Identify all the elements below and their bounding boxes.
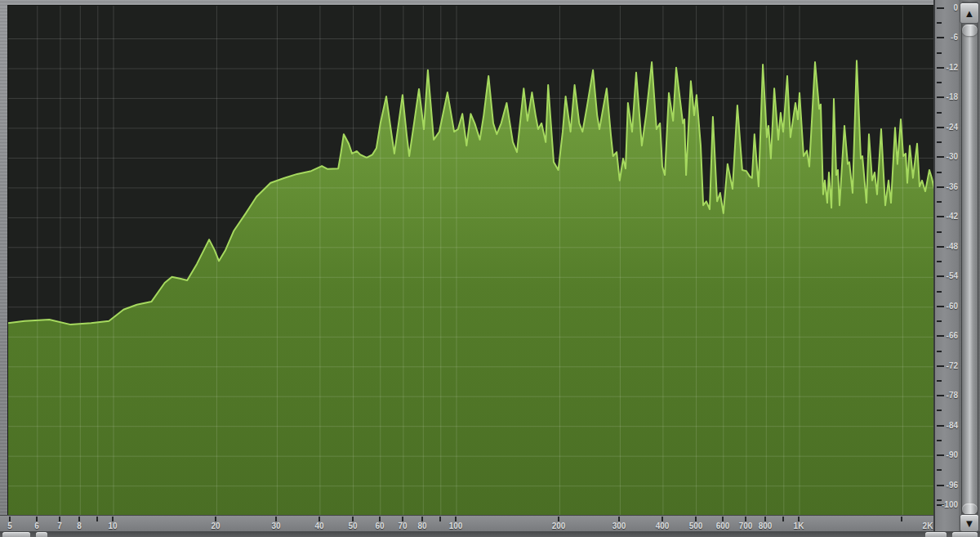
db-tick-label: -30 bbox=[936, 152, 958, 162]
db-tick-minor bbox=[937, 469, 942, 471]
scrollbar-thumb-top-cap[interactable] bbox=[962, 25, 978, 36]
db-tick-label: 0 bbox=[936, 3, 958, 13]
freq-tick-label: 50 bbox=[340, 521, 366, 530]
db-tick-label: -84 bbox=[936, 421, 958, 431]
db-tick-minor bbox=[937, 172, 942, 173]
horizontal-scrollbar-piece[interactable] bbox=[2, 532, 30, 537]
spectrum-analyzer-window: 0-6-12-18-24-30-36-42-48-54-60-66-72-78-… bbox=[0, 0, 980, 537]
freq-tick-label: 40 bbox=[306, 521, 332, 530]
freq-tick-label: 400 bbox=[649, 521, 675, 530]
db-tick-minor bbox=[937, 82, 942, 83]
db-tick-label: -54 bbox=[936, 271, 958, 281]
db-tick-minor bbox=[937, 320, 942, 322]
db-tick-minor bbox=[937, 291, 942, 293]
horizontal-scrollbar-piece[interactable] bbox=[36, 532, 47, 537]
frequency-ruler: 5678102030405060708010020030040050060070… bbox=[0, 515, 933, 532]
spectrum-plot bbox=[7, 5, 934, 516]
db-tick-label: -96 bbox=[936, 481, 958, 490]
db-tick-minor bbox=[937, 440, 942, 441]
db-tick-minor bbox=[937, 231, 942, 233]
freq-tick bbox=[96, 517, 98, 521]
db-tick-minor bbox=[937, 351, 942, 352]
db-tick-label: -100 bbox=[936, 500, 958, 510]
db-tick-label: -72 bbox=[936, 361, 958, 371]
freq-tick-label: 10 bbox=[100, 521, 126, 530]
freq-tick-label: 30 bbox=[263, 521, 289, 530]
freq-tick-label: 5 bbox=[0, 521, 23, 530]
db-tick-minor bbox=[937, 52, 942, 54]
freq-tick-label: 80 bbox=[409, 521, 435, 530]
db-tick-label: -60 bbox=[936, 302, 958, 311]
freq-tick-label: 200 bbox=[546, 521, 572, 530]
db-tick-minor bbox=[937, 499, 942, 501]
freq-tick-label: 8 bbox=[66, 521, 92, 530]
db-tick-label: -12 bbox=[936, 63, 958, 73]
freq-tick-label: 800 bbox=[752, 521, 778, 530]
scroll-down-button[interactable]: ▼ bbox=[960, 514, 979, 532]
db-tick-label: -6 bbox=[936, 33, 958, 43]
db-tick-minor bbox=[937, 409, 942, 411]
bottom-bar bbox=[0, 531, 980, 537]
db-tick-label: -36 bbox=[936, 182, 958, 192]
horizontal-scrollbar-piece[interactable] bbox=[952, 532, 978, 537]
db-tick-minor bbox=[937, 201, 942, 203]
db-tick-label: -18 bbox=[936, 92, 958, 102]
freq-tick-label: 1K bbox=[786, 521, 812, 530]
freq-tick bbox=[901, 517, 902, 521]
triangle-down-icon: ▼ bbox=[964, 518, 975, 529]
db-tick-label: -48 bbox=[936, 242, 958, 252]
db-tick-minor bbox=[937, 380, 942, 382]
spectrum-graph bbox=[8, 6, 934, 516]
freq-tick bbox=[782, 517, 784, 521]
freq-tick bbox=[439, 517, 441, 521]
db-tick-minor bbox=[937, 141, 942, 143]
db-tick-label: -66 bbox=[936, 331, 958, 341]
db-tick-label: -78 bbox=[936, 391, 958, 401]
db-tick-minor bbox=[937, 22, 942, 24]
freq-tick-label: 500 bbox=[683, 521, 709, 530]
scrollbar-thumb[interactable] bbox=[962, 25, 978, 515]
freq-tick-label: 2K bbox=[915, 521, 941, 530]
freq-tick-label: 300 bbox=[606, 521, 632, 530]
freq-tick-label: 100 bbox=[443, 521, 469, 530]
db-tick-label: -42 bbox=[936, 212, 958, 222]
db-tick-minor bbox=[937, 112, 942, 114]
freq-tick-label: 20 bbox=[203, 521, 229, 530]
vertical-scrollbar: ▲ ▼ bbox=[959, 0, 980, 537]
triangle-up-icon: ▲ bbox=[964, 8, 975, 19]
horizontal-scrollbar-piece[interactable] bbox=[925, 532, 947, 537]
db-ruler: 0-6-12-18-24-30-36-42-48-54-60-66-72-78-… bbox=[933, 0, 959, 537]
db-tick-label: -24 bbox=[936, 123, 958, 132]
db-tick-minor bbox=[937, 261, 942, 262]
scroll-up-button[interactable]: ▲ bbox=[960, 2, 979, 24]
scrollbar-thumb-bottom-cap[interactable] bbox=[962, 503, 978, 515]
db-tick-label: -90 bbox=[936, 450, 958, 460]
